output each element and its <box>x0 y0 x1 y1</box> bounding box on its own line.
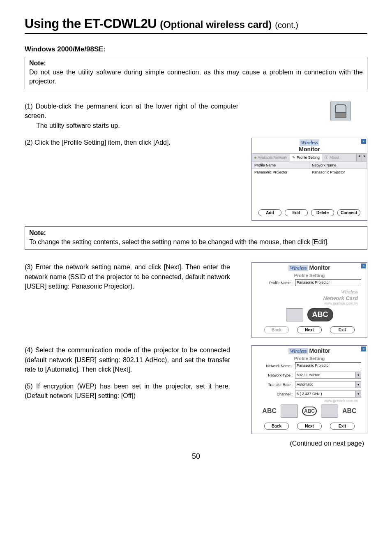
brand-monitor: Monitor <box>309 347 330 354</box>
transfer-rate-label: Transfer Rate : <box>258 383 293 387</box>
cell-network: Panasonic Projector <box>309 169 367 176</box>
edit-button[interactable]: Edit <box>285 209 308 216</box>
card-line3: www.gemtek.com.tw <box>252 301 358 305</box>
cell-profile: Panasonic Projector <box>252 169 309 176</box>
page-title-row: Using the ET-CDWL2U (Optional wireless c… <box>25 16 367 34</box>
continued-text: (Continued on next page) <box>25 440 367 447</box>
next-button[interactable]: Next <box>297 423 322 430</box>
tray-icon <box>330 102 351 120</box>
step-5: (5) If encryption (WEP) has been set in … <box>25 381 230 400</box>
note-box-1: Note: Do not use the utility software du… <box>25 57 367 89</box>
tab-profile-setting[interactable]: ✎ Profile Setting <box>290 154 322 162</box>
tray-icon-figure <box>330 102 367 120</box>
dialog-title: Wireless Monitor <box>252 263 367 272</box>
chevron-down-icon[interactable]: ▾ <box>355 372 361 379</box>
tab-about-label: About <box>330 155 339 159</box>
chevron-down-icon[interactable]: ▾ <box>355 391 361 398</box>
step1-num: (1) <box>25 103 33 110</box>
laptop-icon <box>286 308 303 321</box>
step-3: (3) Enter the network setting name, and … <box>25 262 230 291</box>
url-line: www.gemtek.com.tw <box>252 399 367 403</box>
step3-body: Enter the network setting name, and clic… <box>25 263 230 289</box>
tab-scroll-left[interactable]: ◂ <box>356 154 362 162</box>
title-sub: (Optional wireless card) <box>160 19 272 30</box>
close-icon[interactable]: × <box>361 139 366 144</box>
signal-icon <box>254 157 256 159</box>
page-number: 50 <box>25 452 367 473</box>
wireless-monitor-list-dialog: × Wireless Monitor Available Network ✎ P… <box>251 138 367 221</box>
laptop-icon <box>281 404 298 418</box>
profile-name-label: Profile Name : <box>258 281 293 285</box>
delete-button[interactable]: Delete <box>311 209 334 216</box>
step-2: (2) Click the [Profile Setting] item, th… <box>25 138 238 147</box>
brand-monitor: Monitor <box>299 146 320 153</box>
tab-scroll-right[interactable]: ▸ <box>362 154 367 162</box>
profile-mode-dialog: × Wireless Monitor Profile Setting Netwo… <box>251 345 367 434</box>
abc-right: ABC <box>342 407 357 415</box>
title-cont: (cont.) <box>275 21 298 30</box>
profile-setting-heading: Profile Setting <box>252 272 367 278</box>
step1-line1: Double-click the permanent icon at the l… <box>25 103 238 119</box>
step-1: (1) Double-click the permanent icon at t… <box>25 102 238 130</box>
add-button[interactable]: Add <box>258 209 281 216</box>
pencil-icon: ✎ <box>292 155 295 159</box>
card-line2: Network Card <box>252 295 358 301</box>
profile-name-input[interactable]: Panasonic Projector <box>295 279 361 286</box>
brand-wireless: Wireless <box>300 139 319 146</box>
note-box-2: Note: To change the setting contents, se… <box>25 226 367 250</box>
step5-num: (5) <box>25 383 33 390</box>
profile-setting-heading: Profile Setting <box>252 355 367 361</box>
dialog-title: Wireless Monitor <box>252 138 367 153</box>
network-card-graphic: Wireless Network Card www.gemtek.com.tw <box>252 287 367 306</box>
channel-label: Channel : <box>258 392 293 396</box>
tab-available-network[interactable]: Available Network <box>252 154 290 162</box>
chevron-down-icon[interactable]: ▾ <box>355 381 361 388</box>
card-line1: Wireless <box>252 289 358 295</box>
brand-monitor: Monitor <box>309 264 330 271</box>
note2-body: To change the setting contents, select t… <box>29 238 363 247</box>
tab-profile-label: Profile Setting <box>297 155 320 159</box>
title-main: Using the ET-CDWL2U <box>25 16 157 31</box>
exit-button[interactable]: Exit <box>330 326 355 333</box>
back-button[interactable]: Back <box>264 326 289 333</box>
step5-body: If encryption (WEP) has been set in the … <box>25 383 230 399</box>
step2-body: Click the [Profile Setting] item, then c… <box>35 139 171 146</box>
dialog-title: Wireless Monitor <box>252 346 367 355</box>
close-icon[interactable]: × <box>361 347 366 351</box>
step-4: (4) Select the communication mode of the… <box>25 345 230 374</box>
brand-wireless: Wireless <box>288 265 308 271</box>
laptop-icon <box>321 404 338 418</box>
connect-button[interactable]: Connect <box>337 209 360 216</box>
step4-num: (4) <box>25 347 33 354</box>
step2-num: (2) <box>25 139 33 146</box>
transfer-rate-select[interactable]: Automatic <box>295 381 355 388</box>
os-heading: Windows 2000/Me/98SE: <box>25 45 367 53</box>
col-profile-name: Profile Name <box>252 162 309 169</box>
close-icon[interactable]: × <box>361 263 366 268</box>
abc-left: ABC <box>262 407 277 415</box>
back-button[interactable]: Back <box>264 423 289 430</box>
note2-label: Note: <box>29 229 363 237</box>
tab-available-label: Available Network <box>258 155 287 159</box>
channel-select[interactable]: 6 ( 2.437 GHz ) <box>295 391 355 398</box>
step3-num: (3) <box>25 263 33 270</box>
info-icon: ⓘ <box>325 155 328 160</box>
abc-badge: ABC <box>307 308 333 321</box>
network-name-input[interactable]: Panasonic Projector <box>295 362 361 369</box>
network-name-label: Network Name : <box>258 364 293 368</box>
next-button[interactable]: Next <box>297 326 322 333</box>
exit-button[interactable]: Exit <box>330 423 355 430</box>
network-type-label: Network Type : <box>258 373 293 377</box>
abc-mid-badge: ABC <box>302 407 317 416</box>
step1-line2: The utility software starts up. <box>25 121 238 130</box>
col-network-name: Network Name <box>309 162 367 169</box>
profile-name-dialog: × Wireless Monitor Profile Setting Profi… <box>251 262 367 338</box>
note1-body: Do not use the utility software during s… <box>29 68 363 86</box>
brand-wireless: Wireless <box>288 348 308 354</box>
step4-body: Select the communication mode of the pro… <box>25 347 230 372</box>
network-type-select[interactable]: 802.11 AdHoc <box>295 372 355 379</box>
profile-row[interactable]: Panasonic Projector Panasonic Projector <box>252 169 367 176</box>
tab-about[interactable]: ⓘ About <box>322 154 342 162</box>
note1-label: Note: <box>29 60 363 67</box>
